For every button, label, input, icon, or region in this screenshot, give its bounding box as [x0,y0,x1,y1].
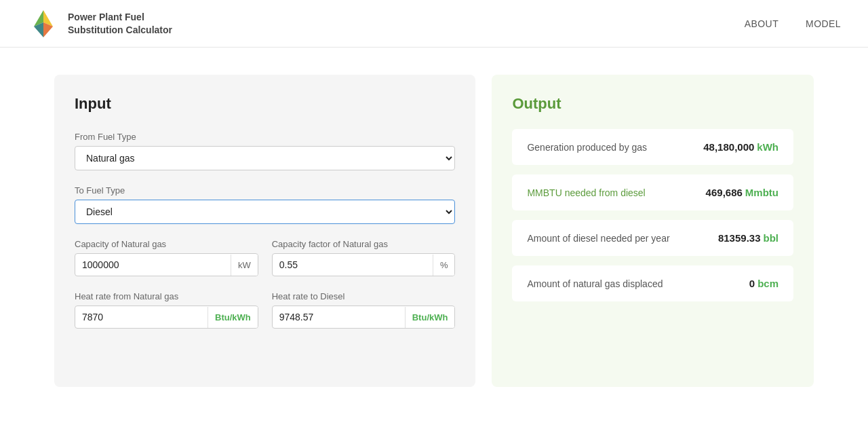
output-mmbtu-number: 469,686 [706,187,743,198]
output-gas-displaced-unit: bcm [757,278,778,289]
output-gas-displaced-value: 0 bcm [749,278,778,289]
output-diesel-number: 81359.33 [718,232,761,244]
capacity-input[interactable] [75,254,231,276]
heat-rate-row: Heat rate from Natural gas Btu/kWh Heat … [75,291,455,344]
output-panel: Output Generation produced by gas 48,180… [492,75,814,387]
output-generation-number: 48,180,000 [703,141,754,153]
to-fuel-group: To Fuel Type Diesel Natural gas Coal Oil [75,185,455,224]
output-gas-displaced-label: Amount of natural gas displaced [527,278,663,289]
nav-about[interactable]: ABOUT [745,18,778,29]
to-fuel-label: To Fuel Type [75,185,455,196]
heat-rate-from-input[interactable] [75,306,208,328]
app-logo [27,7,60,40]
heat-rate-to-label: Heat rate to Diesel [272,291,456,301]
output-card-mmbtu: MMBTU needed from diesel 469,686 Mmbtu [512,174,793,210]
capacity-row: Capacity of Natural gas kW Capacity fact… [75,239,455,291]
capacity-input-wrapper: kW [75,253,258,276]
output-diesel-unit: bbl [764,232,779,244]
output-card-diesel: Amount of diesel needed per year 81359.3… [512,220,793,256]
capacity-unit: kW [231,255,258,276]
main-nav: ABOUT MODEL [745,18,841,29]
app-title: Power Plant Fuel Substitution Calculator [68,11,172,37]
heat-rate-from-group: Heat rate from Natural gas Btu/kWh [75,291,258,329]
heat-rate-to-input-wrapper: Btu/kWh [272,306,456,329]
main-content: Input From Fuel Type Natural gas Diesel … [0,48,868,414]
from-fuel-select[interactable]: Natural gas Diesel Coal Oil [75,146,455,170]
capacity-factor-input[interactable] [273,254,433,276]
output-gas-displaced-number: 0 [749,278,755,289]
nav-model[interactable]: MODEL [806,18,841,29]
output-card-gas-displaced: Amount of natural gas displaced 0 bcm [512,265,793,301]
output-generation-value: 48,180,000 kWh [703,141,778,153]
input-panel: Input From Fuel Type Natural gas Diesel … [54,75,475,387]
output-mmbtu-label: MMBTU needed from diesel [527,187,645,198]
capacity-factor-input-wrapper: % [272,253,456,276]
output-mmbtu-unit: Mmbtu [745,187,778,198]
capacity-factor-group: Capacity factor of Natural gas % [272,239,456,276]
output-generation-label: Generation produced by gas [527,142,647,153]
output-mmbtu-value: 469,686 Mmbtu [706,187,778,198]
output-title: Output [512,95,793,113]
input-title: Input [75,95,455,113]
heat-rate-to-unit: Btu/kWh [405,307,455,328]
from-fuel-label: From Fuel Type [75,132,455,142]
heat-rate-from-label: Heat rate from Natural gas [75,291,258,301]
output-diesel-label: Amount of diesel needed per year [527,233,669,244]
app-header: Power Plant Fuel Substitution Calculator… [0,0,868,48]
heat-rate-to-group: Heat rate to Diesel Btu/kWh [272,291,456,329]
output-card-generation: Generation produced by gas 48,180,000 kW… [512,129,793,165]
heat-rate-from-unit: Btu/kWh [208,307,258,328]
capacity-factor-unit: % [433,255,455,276]
to-fuel-select[interactable]: Diesel Natural gas Coal Oil [75,200,455,224]
heat-rate-from-input-wrapper: Btu/kWh [75,306,258,329]
capacity-label: Capacity of Natural gas [75,239,258,249]
from-fuel-group: From Fuel Type Natural gas Diesel Coal O… [75,132,455,170]
header-left: Power Plant Fuel Substitution Calculator [27,7,172,40]
output-diesel-value: 81359.33 bbl [718,232,778,244]
heat-rate-to-input[interactable] [273,306,405,328]
output-generation-unit: kWh [757,141,778,153]
capacity-group: Capacity of Natural gas kW [75,239,258,276]
capacity-factor-label: Capacity factor of Natural gas [272,239,456,249]
